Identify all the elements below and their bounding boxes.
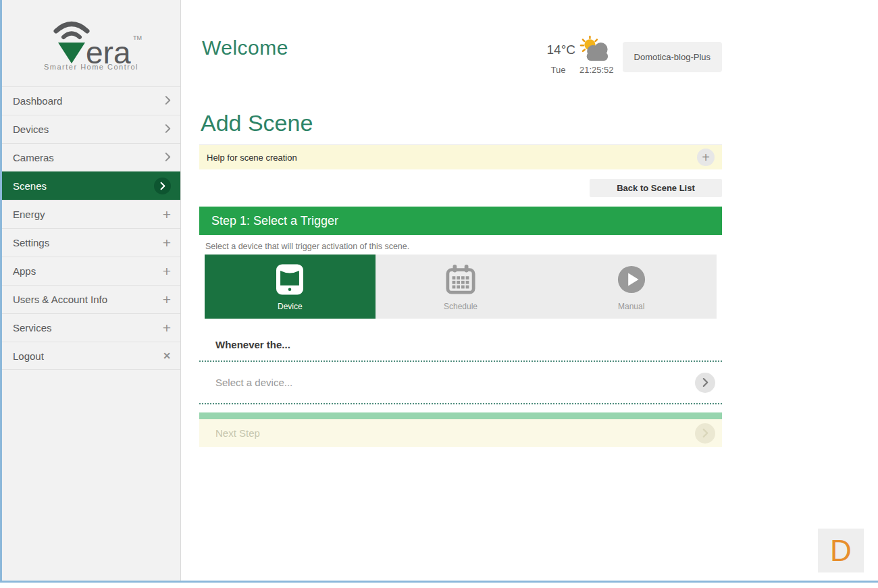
- chevron-right-circle-icon: [154, 178, 171, 194]
- chevron-right-circle-icon: [695, 423, 715, 444]
- welcome-title: Welcome: [202, 36, 288, 59]
- trigger-tab-label: Schedule: [444, 302, 477, 311]
- sidebar-item-label: Dashboard: [13, 95, 62, 107]
- sidebar-item-label: Users & Account Info: [13, 294, 107, 305]
- next-step-label: Next Step: [215, 427, 260, 439]
- weekday-label: Tue: [547, 65, 566, 75]
- page-title: Add Scene: [201, 110, 722, 136]
- sidebar-item-energy[interactable]: Energy +: [2, 200, 180, 228]
- sidebar-item-cameras[interactable]: Cameras: [2, 143, 180, 171]
- sidebar-item-label: Services: [13, 322, 52, 333]
- play-circle-icon: [617, 263, 646, 296]
- back-row: Back to Scene List: [199, 179, 722, 197]
- expand-plus-icon[interactable]: +: [697, 149, 715, 166]
- sidebar-item-dashboard[interactable]: Dashboard: [2, 86, 180, 115]
- sidebar-item-scenes[interactable]: Scenes: [2, 171, 180, 200]
- plus-icon: +: [163, 264, 171, 278]
- sidebar-item-label: Logout: [13, 350, 44, 362]
- next-step-button[interactable]: Next Step: [199, 419, 722, 447]
- sidebar-item-label: Settings: [13, 237, 49, 248]
- close-icon: ✕: [163, 351, 171, 360]
- whenever-label: Whenever the...: [215, 339, 722, 350]
- controller-selector[interactable]: Domotica-blog-Plus: [623, 42, 722, 72]
- trigger-tab-label: Manual: [618, 302, 644, 311]
- temperature-value: 14°C: [547, 43, 575, 57]
- chevron-right-circle-icon[interactable]: [695, 373, 715, 393]
- sidebar-item-users-account-info[interactable]: Users & Account Info +: [2, 285, 180, 313]
- step1-caption: Select a device that will trigger activa…: [205, 242, 722, 251]
- dotted-divider: [199, 403, 722, 404]
- chevron-right-icon: [165, 152, 171, 163]
- trigger-tab-device[interactable]: Device: [205, 255, 376, 319]
- sidebar-item-label: Cameras: [13, 152, 54, 163]
- trigger-tab-label: Device: [278, 302, 303, 311]
- sidebar-item-label: Apps: [13, 265, 36, 277]
- sidebar-item-label: Energy: [13, 209, 45, 220]
- plus-icon: +: [163, 321, 171, 335]
- main-content: Welcome 14°C: [199, 0, 722, 447]
- plus-icon: +: [163, 236, 171, 250]
- sidebar-item-apps[interactable]: Apps +: [2, 257, 180, 285]
- sidebar-item-logout[interactable]: Logout ✕: [2, 342, 180, 370]
- weather-widget: 14°C: [547, 35, 616, 75]
- step1-header: Step 1: Select a Trigger: [199, 207, 722, 235]
- header-status-cluster: 14°C: [547, 31, 723, 75]
- help-accordion-label: Help for scene creation: [207, 153, 297, 163]
- sidebar-item-settings[interactable]: Settings +: [2, 228, 180, 257]
- vera-logo: era TM Smarter Home Control: [2, 0, 180, 86]
- logo-trademark: TM: [133, 34, 142, 41]
- clock-time: 21:25:52: [579, 65, 616, 75]
- plus-icon: +: [163, 207, 171, 221]
- logo-tagline: Smarter Home Control: [44, 63, 138, 71]
- calendar-icon: [446, 263, 475, 296]
- sidebar-item-label: Scenes: [13, 180, 47, 192]
- vera-logo-icon: era TM: [40, 16, 143, 67]
- plus-icon: +: [163, 292, 171, 306]
- sidebar-menu: Dashboard Devices Cameras Scenes Energy: [2, 86, 180, 370]
- sidebar: era TM Smarter Home Control Dashboard De…: [2, 0, 181, 581]
- sidebar-item-services[interactable]: Services +: [2, 313, 180, 342]
- account-badge-letter: D: [830, 534, 852, 568]
- chevron-right-icon: [165, 124, 171, 135]
- sun-behind-cloud-icon: [579, 35, 616, 65]
- page-bottom-border: [0, 581, 878, 583]
- help-accordion[interactable]: Help for scene creation +: [199, 144, 722, 169]
- trigger-type-tabs: Device Schedule: [205, 255, 717, 319]
- logo-wordmark: era: [86, 35, 131, 67]
- trigger-tab-manual[interactable]: Manual: [546, 255, 717, 319]
- account-badge[interactable]: D: [818, 529, 864, 572]
- back-to-scene-list-button[interactable]: Back to Scene List: [590, 179, 722, 197]
- chevron-right-icon: [165, 95, 171, 107]
- step1-title: Step 1: Select a Trigger: [211, 214, 338, 228]
- page-header: Welcome 14°C: [199, 31, 722, 75]
- sidebar-item-devices[interactable]: Devices: [2, 115, 180, 143]
- select-device-row[interactable]: Select a device...: [199, 362, 722, 403]
- select-device-label: Select a device...: [215, 377, 292, 388]
- trigger-tab-schedule[interactable]: Schedule: [376, 255, 546, 319]
- device-controller-icon: [276, 263, 303, 296]
- sidebar-item-label: Devices: [13, 124, 49, 135]
- mint-strip: [199, 412, 722, 419]
- next-step-section: Next Step: [199, 412, 722, 447]
